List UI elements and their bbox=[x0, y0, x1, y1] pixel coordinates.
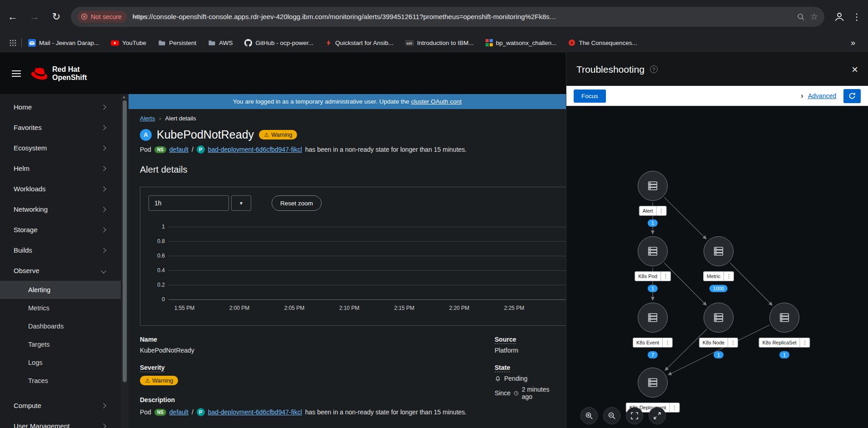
node-label-k8s-pod[interactable]: K8s Pod⋮ bbox=[635, 271, 671, 281]
node-label-metric[interactable]: Metric⋮ bbox=[703, 271, 734, 281]
severity-label: Severity bbox=[140, 364, 495, 371]
bookmark-item[interactable]: Persistent bbox=[158, 40, 196, 46]
topology-node-k8s-replicaset[interactable] bbox=[769, 303, 799, 333]
bookmark-item[interactable]: AWS bbox=[208, 40, 233, 46]
not-secure-chip[interactable]: Not secure bbox=[77, 11, 127, 23]
bookmark-star-icon[interactable]: ☆ bbox=[810, 11, 818, 22]
topology-node-k8s-event[interactable] bbox=[638, 303, 668, 333]
kebab-menu-icon[interactable]: ⋮ bbox=[724, 272, 734, 281]
back-button[interactable]: ← bbox=[4, 8, 22, 26]
kebab-menu-icon[interactable]: ⋮ bbox=[669, 403, 679, 412]
sidebar-subitem-dashboards[interactable]: Dashboards bbox=[0, 317, 121, 335]
sidebar-item-home[interactable]: Home bbox=[0, 97, 121, 117]
node-label-k8s-node[interactable]: K8s Node⋮ bbox=[699, 338, 738, 348]
bookmark-item[interactable]: bp_watsonx_challen... bbox=[486, 39, 557, 46]
bookmark-item[interactable]: Mail - Jeevan Darap... bbox=[28, 39, 99, 47]
sidebar-subitem-targets[interactable]: Targets bbox=[0, 335, 121, 353]
sync-icon bbox=[848, 92, 856, 100]
focus-button[interactable]: Focus bbox=[574, 90, 606, 103]
scrollbar-thumb[interactable] bbox=[123, 100, 127, 382]
temp-admin-banner: You are logged in as a temporary adminis… bbox=[129, 94, 566, 109]
zoom-icon[interactable] bbox=[797, 13, 805, 21]
namespace-link[interactable]: default bbox=[169, 146, 188, 153]
bookmarks-bar: Mail - Jeevan Darap...YouTubePersistentA… bbox=[0, 33, 868, 53]
sidebar-item-label: Observe bbox=[14, 267, 40, 274]
node-label-alert[interactable]: Alert⋮ bbox=[639, 206, 667, 216]
profile-avatar[interactable] bbox=[832, 9, 847, 25]
bookmarks-overflow-icon[interactable]: » bbox=[851, 38, 862, 48]
topology-node-k8s-node[interactable] bbox=[704, 303, 734, 333]
sidebar-subitem-logs[interactable]: Logs bbox=[0, 353, 121, 372]
pod-link[interactable]: bad-deployment-6d6cfbd947-fjkcl bbox=[208, 146, 302, 153]
breadcrumb-alerts-link[interactable]: Alerts bbox=[140, 115, 155, 122]
redhat-openshift-logo[interactable]: Red Hat OpenShift bbox=[31, 65, 87, 82]
help-icon[interactable]: ? bbox=[650, 65, 658, 73]
reset-zoom-button[interactable]: Reset zoom bbox=[272, 195, 322, 211]
node-label-k8s-replicaset[interactable]: K8s ReplicaSet⋮ bbox=[759, 338, 810, 348]
sidebar-item-workloads[interactable]: Workloads bbox=[0, 179, 121, 199]
reload-button[interactable]: ↻ bbox=[47, 8, 65, 26]
nav-menu-icon[interactable] bbox=[12, 70, 21, 77]
since-value: 2 minutes ago bbox=[522, 386, 555, 400]
chart-gridline bbox=[169, 256, 566, 256]
sidebar-subitem-traces[interactable]: Traces bbox=[0, 372, 121, 390]
close-panel-icon[interactable]: × bbox=[852, 65, 858, 74]
reset-view-button[interactable] bbox=[649, 407, 666, 424]
troubleshooting-panel: Troubleshooting ? × Focus › Advanced Ale… bbox=[566, 53, 868, 428]
fit-to-screen-button[interactable] bbox=[626, 407, 643, 424]
alert-timeseries-chart[interactable]: 10.80.60.40.201:55 PM2:00 PM2:05 PM2:10 … bbox=[149, 222, 566, 317]
kebab-menu-icon[interactable]: ⋮ bbox=[728, 338, 738, 347]
bookmark-item[interactable]: GitHub - ocp-power... bbox=[244, 39, 313, 47]
topology-node-alert[interactable] bbox=[638, 171, 668, 201]
bookmark-label: YouTube bbox=[122, 40, 146, 46]
bookmark-item[interactable]: The Consequences... bbox=[568, 39, 637, 46]
node-label-k8s-event[interactable]: K8s Event⋮ bbox=[633, 338, 673, 348]
topology-node-metric[interactable] bbox=[704, 236, 734, 266]
address-bar[interactable]: Not secure https://console-openshift-con… bbox=[71, 7, 824, 27]
refresh-button[interactable] bbox=[843, 89, 861, 103]
kebab-menu-icon[interactable]: ⋮ bbox=[660, 272, 670, 281]
zoom-out-icon bbox=[608, 412, 616, 420]
browser-menu-icon[interactable]: ⋮ bbox=[850, 11, 863, 22]
main-scrollbar[interactable]: ▲ bbox=[121, 94, 129, 428]
advanced-link[interactable]: Advanced bbox=[808, 92, 836, 100]
sidebar-item-favorites[interactable]: Favorites bbox=[0, 117, 121, 138]
zoom-in-button[interactable] bbox=[580, 407, 598, 424]
namespace-link[interactable]: default bbox=[169, 408, 188, 416]
sidebar-item-user-management[interactable]: User Management bbox=[0, 416, 121, 428]
oauth-config-link[interactable]: cluster OAuth cont bbox=[411, 98, 461, 105]
bookmark-item[interactable]: Quickstart for Ansib... bbox=[325, 39, 393, 47]
sidebar-item-helm[interactable]: Helm bbox=[0, 158, 121, 179]
kebab-menu-icon[interactable]: ⋮ bbox=[800, 338, 810, 347]
sidebar-item-storage[interactable]: Storage bbox=[0, 219, 121, 240]
sidebar-subitem-alerting[interactable]: Alerting bbox=[0, 281, 121, 299]
sidebar-item-label: Helm bbox=[14, 164, 30, 172]
bookmark-label: The Consequences... bbox=[579, 40, 637, 46]
apps-grid-icon[interactable] bbox=[9, 39, 17, 47]
topology-graph[interactable]: Alert⋮1K8s Pod⋮1Metric⋮1000K8s Event⋮7K8… bbox=[566, 106, 868, 428]
brand-line-1: Red Hat bbox=[52, 65, 87, 74]
kebab-menu-icon[interactable]: ⋮ bbox=[656, 206, 666, 215]
bookmark-item[interactable]: YouTube bbox=[111, 39, 146, 47]
bookmark-label: Mail - Jeevan Darap... bbox=[39, 40, 99, 46]
chevron-right-icon bbox=[101, 248, 106, 253]
time-range-select[interactable]: 1h bbox=[149, 195, 229, 211]
sidebar-subitem-metrics[interactable]: Metrics bbox=[0, 299, 121, 317]
zoom-out-button[interactable] bbox=[603, 407, 620, 424]
time-range-caret-button[interactable]: ▾ bbox=[231, 195, 251, 211]
sidebar-item-networking[interactable]: Networking bbox=[0, 199, 121, 219]
kebab-menu-icon[interactable]: ⋮ bbox=[662, 338, 672, 347]
scrollbar-up-arrow[interactable]: ▲ bbox=[122, 95, 126, 99]
bookmark-item[interactable]: edXIntroduction to IBM... bbox=[405, 40, 474, 46]
pod-link[interactable]: bad-deployment-6d6cfbd947-fjkcl bbox=[208, 408, 302, 416]
sidebar-item-builds[interactable]: Builds bbox=[0, 240, 121, 260]
topology-node-k8s-deployment[interactable] bbox=[638, 368, 668, 398]
sidebar-item-observe[interactable]: Observe bbox=[0, 260, 121, 281]
panel-toolbar: Focus › Advanced bbox=[566, 86, 868, 106]
sidebar-item-ecosystem[interactable]: Ecosystem bbox=[0, 138, 121, 158]
topology-node-k8s-pod[interactable] bbox=[638, 236, 668, 266]
sidebar-item-compute[interactable]: Compute bbox=[0, 395, 121, 416]
forward-button[interactable]: → bbox=[25, 8, 44, 26]
url-text[interactable]: https://console-openshift-console.apps.r… bbox=[133, 13, 791, 20]
advanced-chevron-icon[interactable]: › bbox=[801, 91, 804, 100]
